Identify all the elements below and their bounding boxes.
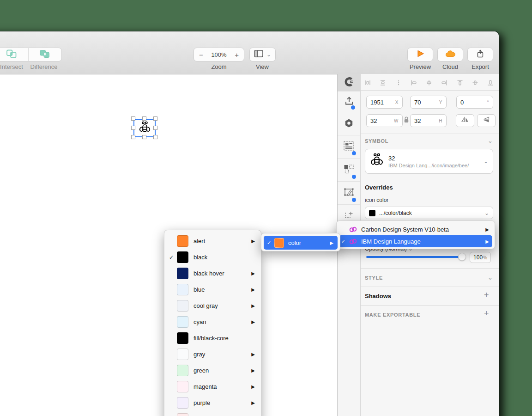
menu-item-color-option[interactable]: magenta ▶ [164, 379, 261, 395]
cloud-icon [445, 50, 456, 59]
difference-label: Difference [30, 63, 57, 70]
menu-item-color-option[interactable]: blue ▶ [164, 281, 261, 298]
menu-item-carbon-library[interactable]: Carbon Design System V10-beta ▶ [339, 223, 492, 235]
menu-item-color-option[interactable] [164, 411, 261, 416]
icon-color-select[interactable]: .../color/black ⌄ [365, 207, 493, 219]
color-swatch [177, 268, 188, 279]
flip-horizontal-button[interactable] [456, 114, 474, 127]
selection-handle[interactable] [131, 116, 135, 121]
alignment-toolbar [364, 78, 494, 90]
menu-item-color-option[interactable]: black hover ▶ [164, 265, 261, 281]
spacing-icon[interactable] [395, 79, 402, 88]
selection-handle[interactable] [153, 116, 157, 121]
flip-horizontal-icon [461, 116, 469, 125]
sidebar-item-layout[interactable] [338, 135, 360, 158]
view-button[interactable]: ⌄ [249, 48, 276, 61]
align-center-horizontal-icon[interactable] [425, 79, 433, 88]
rotation-field[interactable]: 0 ° [456, 96, 493, 109]
align-left-icon[interactable] [410, 79, 417, 88]
menu-item-color-option[interactable]: purple ▶ [164, 395, 261, 411]
cloud-button[interactable] [437, 48, 463, 61]
opacity-slider[interactable] [366, 256, 464, 258]
align-top-icon[interactable] [456, 79, 464, 88]
selection-handle[interactable] [131, 135, 135, 139]
opacity-slider-knob[interactable] [458, 253, 466, 261]
menu-item-label: gray [193, 351, 205, 358]
color-swatch [177, 397, 188, 409]
add-shadow-button[interactable]: + [484, 290, 489, 300]
height-field[interactable]: 32 H [410, 114, 447, 127]
menu-item-color-option[interactable]: gray ▶ [164, 346, 261, 362]
menu-item-color-option[interactable]: cool gray ▶ [164, 298, 261, 314]
library-link-icon [349, 226, 357, 233]
menu-item-color-option[interactable]: fill/black-core [164, 330, 261, 346]
sidebar-item-swap[interactable] [338, 159, 360, 181]
make-exportable-button[interactable]: + [484, 309, 489, 318]
color-options-menu: alert ▶ ✓ black black hover ▶ blue [164, 230, 261, 416]
intersect-button[interactable] [0, 48, 28, 61]
distribute-vertically-icon[interactable] [379, 79, 387, 88]
menu-item-ibm-design-language[interactable]: ✓ IBM Design Language ▶ [339, 235, 492, 247]
selection-handle[interactable] [153, 135, 157, 139]
bee-icon[interactable] [139, 121, 151, 137]
distribute-horizontally-icon[interactable] [364, 79, 371, 88]
rotation-unit-label: ° [487, 100, 490, 105]
menu-item-color-option[interactable]: cyan ▶ [164, 314, 261, 330]
align-middle-vertical-icon[interactable] [472, 79, 479, 88]
zoom-level-value: 100% [206, 51, 231, 58]
screenshot-stage: Intersect Difference − 100% + Zoom ⌄ Vie… [0, 0, 532, 416]
color-swatch [177, 300, 188, 312]
menu-item-label: fill/black-core [193, 335, 229, 342]
preview-button[interactable] [407, 48, 433, 61]
align-right-icon[interactable] [441, 79, 448, 88]
submenu-arrow-icon: ▶ [485, 227, 489, 232]
symbol-source-path: IBM Design Lang.../icon/image/bee/ [388, 163, 469, 168]
selection-box[interactable] [133, 119, 156, 137]
check-icon: ✓ [341, 239, 349, 245]
sidebar-item-edit[interactable] [338, 182, 360, 204]
y-position-field[interactable]: 70 Y [410, 96, 447, 109]
sidebar-item-settings[interactable] [338, 113, 360, 135]
menu-item-color-option[interactable]: green ▶ [164, 362, 261, 379]
zoom-out-button[interactable]: − [195, 51, 206, 59]
view-label: View [256, 63, 269, 70]
selection-handle[interactable] [131, 126, 135, 130]
width-field[interactable]: 32 W [366, 114, 403, 127]
menu-item-label: color [288, 239, 301, 246]
zoom-in-button[interactable]: + [231, 51, 242, 59]
y-unit-label: Y [439, 100, 442, 105]
intersect-icon [6, 49, 17, 60]
chevron-down-icon[interactable]: ⌄ [488, 137, 493, 144]
chevron-down-icon: ⌄ [266, 52, 271, 57]
style-section-header: STYLE [365, 275, 383, 281]
color-swatch [177, 332, 188, 344]
selection-handle[interactable] [142, 135, 146, 139]
x-position-field[interactable]: 1951 X [366, 96, 403, 109]
notification-dot [351, 105, 355, 110]
selection-handle[interactable] [153, 126, 157, 130]
zoom-control: − 100% + [193, 48, 244, 61]
lock-icon[interactable] [404, 116, 409, 125]
menu-item-label: green [193, 367, 209, 374]
menu-item-color-option[interactable]: ✓ black [164, 249, 261, 265]
sidebar-item-carbon[interactable] [338, 74, 360, 91]
flip-vertical-button[interactable] [477, 114, 496, 127]
symbol-select[interactable]: 32 IBM Design Lang.../icon/image/bee/ ⌄ [365, 149, 493, 174]
submenu-arrow-icon: ▶ [251, 352, 255, 357]
export-button[interactable] [467, 48, 493, 61]
cloud-label: Cloud [442, 63, 458, 70]
align-bottom-icon[interactable] [487, 79, 494, 88]
export-label: Export [472, 63, 489, 70]
sidebar-item-upload[interactable] [338, 92, 360, 113]
opacity-value-field[interactable]: 100 % [470, 252, 491, 263]
corner-plus-icon [344, 211, 354, 221]
width-value: 32 [370, 117, 377, 124]
chevron-down-icon[interactable]: ⌄ [488, 274, 493, 281]
preview-label: Preview [410, 63, 431, 70]
submenu-arrow-icon: ▶ [251, 319, 255, 324]
menu-item-color-option[interactable]: alert ▶ [164, 233, 261, 249]
color-swatch [177, 251, 188, 263]
selection-handle[interactable] [142, 116, 146, 121]
difference-button[interactable] [28, 48, 62, 61]
menu-item-color-category[interactable]: ✓ color ▶ [264, 236, 338, 250]
